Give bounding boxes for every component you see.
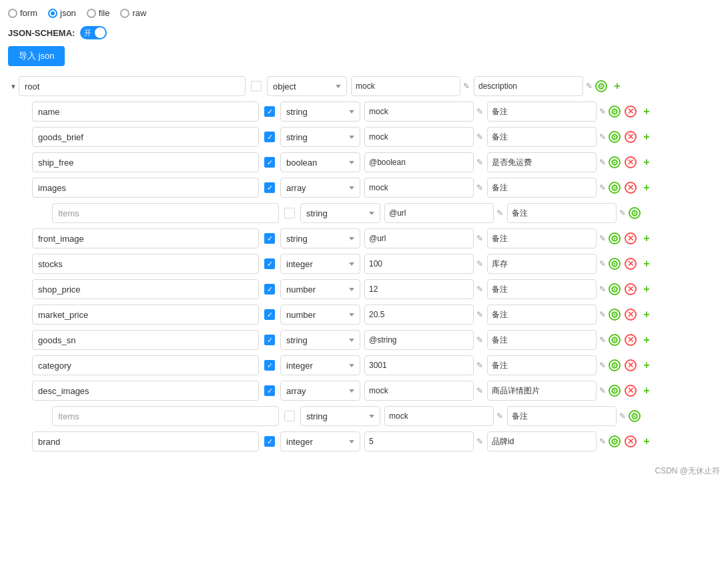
add-icon-desc_images[interactable]: +	[641, 385, 653, 397]
name-input-name[interactable]	[32, 102, 259, 122]
mock-input-market_price[interactable]	[364, 305, 474, 325]
desc-input-stocks[interactable]	[487, 254, 597, 274]
name-input-desc_images_items[interactable]	[52, 406, 279, 426]
mode-json[interactable]: json	[48, 8, 76, 18]
mock-edit-icon-images_items[interactable]: ✎	[496, 208, 503, 218]
mock-input-images_items[interactable]	[384, 203, 494, 223]
mock-edit-icon-front_image[interactable]: ✎	[476, 234, 483, 243]
mode-form[interactable]: form	[8, 8, 37, 18]
radio-file[interactable]	[87, 9, 96, 18]
name-input-images[interactable]	[32, 178, 259, 198]
name-input-market_price[interactable]	[32, 305, 259, 325]
settings-icon-front_image[interactable]: ⚙	[609, 232, 621, 244]
desc-input-brand[interactable]	[487, 431, 597, 451]
type-select-desc_images[interactable]: stringnumberintegerbooleanarrayobjectnul…	[280, 381, 360, 401]
desc-edit-icon-stocks[interactable]: ✎	[599, 259, 606, 268]
mock-input-ship_free[interactable]	[364, 152, 474, 172]
add-icon-goods_brief[interactable]: +	[641, 131, 653, 143]
type-select-market_price[interactable]: stringnumberintegerbooleanarrayobjectnul…	[280, 305, 360, 325]
type-select-ship_free[interactable]: stringnumberintegerbooleanarrayobjectnul…	[280, 152, 360, 172]
mock-input-root[interactable]	[351, 76, 460, 96]
radio-json[interactable]	[48, 9, 57, 18]
name-input-category[interactable]	[32, 355, 259, 375]
settings-icon-desc_images_items[interactable]: ⚙	[629, 410, 641, 422]
desc-input-ship_free[interactable]	[487, 152, 597, 172]
mock-input-goods_brief[interactable]	[364, 127, 474, 147]
type-select-images[interactable]: stringnumberintegerbooleanarrayobjectnul…	[280, 178, 360, 198]
checkbox-images_items[interactable]	[284, 208, 295, 218]
settings-icon-brand[interactable]: ⚙	[609, 435, 621, 447]
mock-input-images[interactable]	[364, 178, 474, 198]
name-input-front_image[interactable]	[32, 228, 259, 248]
delete-icon-goods_brief[interactable]: ✕	[625, 131, 637, 143]
checkbox-name[interactable]	[264, 106, 275, 117]
desc-edit-icon-shop_price[interactable]: ✎	[599, 284, 606, 294]
mock-input-front_image[interactable]	[364, 228, 474, 248]
type-select-root[interactable]: stringnumberintegerbooleanarrayobjectnul…	[267, 76, 347, 96]
type-select-shop_price[interactable]: stringnumberintegerbooleanarrayobjectnul…	[280, 279, 360, 299]
desc-input-root[interactable]	[474, 76, 583, 96]
mock-edit-icon-brand[interactable]: ✎	[476, 437, 483, 446]
checkbox-brand[interactable]	[264, 436, 275, 447]
delete-icon-market_price[interactable]: ✕	[625, 309, 637, 321]
checkbox-goods_brief[interactable]	[264, 132, 275, 142]
delete-icon-stocks[interactable]: ✕	[625, 258, 637, 270]
type-select-name[interactable]: stringnumberintegerbooleanarrayobjectnul…	[280, 102, 360, 122]
settings-icon-images_items[interactable]: ⚙	[629, 207, 641, 219]
mock-input-stocks[interactable]	[364, 254, 474, 274]
desc-edit-icon-front_image[interactable]: ✎	[599, 234, 606, 243]
desc-input-goods_sn[interactable]	[487, 330, 597, 350]
settings-icon-market_price[interactable]: ⚙	[609, 309, 621, 321]
mock-edit-icon-root[interactable]: ✎	[463, 81, 470, 91]
radio-raw[interactable]	[120, 9, 129, 18]
checkbox-goods_sn[interactable]	[264, 335, 275, 345]
checkbox-stocks[interactable]	[264, 258, 275, 269]
mock-edit-icon-desc_images_items[interactable]: ✎	[496, 411, 503, 421]
name-input-desc_images[interactable]	[32, 381, 259, 401]
settings-icon-images[interactable]: ⚙	[609, 182, 621, 194]
desc-input-desc_images[interactable]	[487, 381, 597, 401]
delete-icon-goods_sn[interactable]: ✕	[625, 334, 637, 346]
add-icon-front_image[interactable]: +	[641, 232, 653, 244]
mock-input-desc_images_items[interactable]	[384, 406, 494, 426]
delete-icon-ship_free[interactable]: ✕	[625, 156, 637, 168]
desc-edit-icon-desc_images_items[interactable]: ✎	[619, 411, 626, 421]
mock-input-name[interactable]	[364, 102, 474, 122]
import-json-button[interactable]: 导入 json	[8, 46, 65, 66]
desc-input-market_price[interactable]	[487, 305, 597, 325]
mock-edit-icon-stocks[interactable]: ✎	[476, 259, 483, 268]
desc-edit-icon-desc_images[interactable]: ✎	[599, 386, 606, 395]
desc-input-shop_price[interactable]	[487, 279, 597, 299]
settings-icon-name[interactable]: ⚙	[609, 106, 621, 118]
add-icon-shop_price[interactable]: +	[641, 283, 653, 295]
desc-edit-icon-name[interactable]: ✎	[599, 107, 606, 116]
name-input-images_items[interactable]	[52, 203, 279, 223]
name-input-goods_brief[interactable]	[32, 127, 259, 147]
settings-icon-shop_price[interactable]: ⚙	[609, 283, 621, 295]
checkbox-root[interactable]	[251, 81, 262, 91]
desc-edit-icon-ship_free[interactable]: ✎	[599, 158, 606, 167]
settings-icon-root[interactable]: ⚙	[595, 80, 607, 92]
checkbox-shop_price[interactable]	[264, 284, 275, 295]
type-select-brand[interactable]: stringnumberintegerbooleanarrayobjectnul…	[280, 431, 360, 451]
mode-raw[interactable]: raw	[120, 8, 146, 18]
name-input-stocks[interactable]	[32, 254, 259, 274]
checkbox-desc_images[interactable]	[264, 385, 275, 396]
add-icon-name[interactable]: +	[641, 106, 653, 118]
checkbox-category[interactable]	[264, 360, 275, 371]
mock-edit-icon-images[interactable]: ✎	[476, 183, 483, 192]
desc-edit-icon-market_price[interactable]: ✎	[599, 310, 606, 319]
desc-input-name[interactable]	[487, 102, 597, 122]
mode-file[interactable]: file	[87, 8, 110, 18]
desc-input-goods_brief[interactable]	[487, 127, 597, 147]
desc-edit-icon-root[interactable]: ✎	[586, 81, 593, 91]
mock-edit-icon-desc_images[interactable]: ✎	[476, 386, 483, 395]
checkbox-desc_images_items[interactable]	[284, 411, 295, 421]
mock-input-category[interactable]	[364, 355, 474, 375]
mock-edit-icon-market_price[interactable]: ✎	[476, 310, 483, 319]
settings-icon-goods_brief[interactable]: ⚙	[609, 131, 621, 143]
name-input-root[interactable]	[19, 76, 246, 96]
radio-form[interactable]	[8, 9, 17, 18]
type-select-desc_images_items[interactable]: stringnumberintegerbooleanarrayobjectnul…	[300, 406, 380, 426]
checkbox-images[interactable]	[264, 182, 275, 193]
